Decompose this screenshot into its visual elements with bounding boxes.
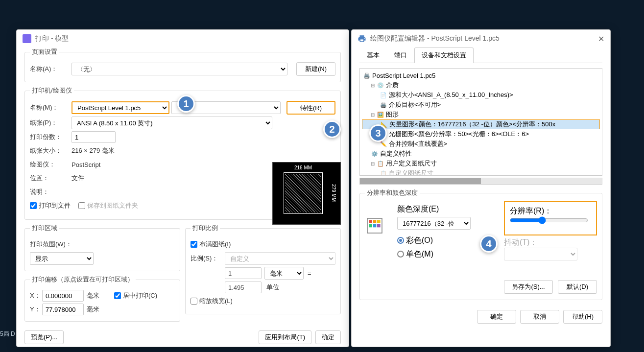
svg-rect-4 <box>369 224 372 228</box>
svg-rect-1 <box>369 220 372 223</box>
tree-source[interactable]: 📄源和大小<ANSI_A_(8.50_x_11.00_Inches)> <box>362 90 600 100</box>
mono-radio[interactable] <box>397 251 404 258</box>
tab-port[interactable]: 端口 <box>387 47 414 63</box>
depth-select[interactable]: 16777216（32 -位 <box>397 217 471 230</box>
config-tabs: 基本 端口 设备和文档设置 <box>359 47 602 63</box>
color-radio[interactable] <box>397 237 404 244</box>
tree-media[interactable]: ⊟💿介质 <box>362 80 600 90</box>
scale-legend: 打印比例 <box>191 224 220 233</box>
center-checkbox[interactable] <box>114 292 121 299</box>
print-ok-button[interactable]: 确定 <box>315 330 341 344</box>
res-label: 分辨率(R)： <box>510 206 591 216</box>
depth-label: 颜色深度(E) <box>397 204 439 214</box>
page-setup-legend: 页面设置 <box>30 47 59 56</box>
printer-name-label: 名称(M)： <box>30 103 72 112</box>
svg-rect-3 <box>377 220 381 223</box>
tree-scrollbar[interactable] <box>359 178 602 185</box>
config-help-button[interactable]: 帮助(H) <box>563 310 602 324</box>
page-setup-group: 页面设置 名称(A)： 〈无〉 新建(N) <box>24 47 341 82</box>
callout-4: 4 <box>480 235 498 253</box>
printer-icon <box>358 34 366 43</box>
print-preview: 216 MM 279 MM <box>272 162 341 225</box>
color-palette-icon <box>365 216 384 235</box>
x-input[interactable] <box>42 290 84 302</box>
app-icon <box>23 34 31 43</box>
new-button[interactable]: 新建(N) <box>296 62 335 76</box>
dither-select <box>504 248 577 260</box>
location-value: 文件 <box>72 174 84 183</box>
config-title-bar: 绘图仪配置编辑器 - PostScript Level 1.pc5 ✕ <box>352 30 610 47</box>
color-radio-label: 彩色(O) <box>406 235 433 246</box>
saveas-button[interactable]: 另存为(S)... <box>504 280 553 294</box>
center-label: 居中打印(C) <box>123 291 157 300</box>
paper-label: 纸张(P)： <box>30 118 72 127</box>
printer-name-select[interactable]: PostScript Level 1.pc5 <box>72 101 169 114</box>
paper-select[interactable]: ANSI A (8.50 x 11.00 英寸) <box>72 117 272 129</box>
copies-input[interactable] <box>72 131 116 143</box>
print-dialog: 打印 - 模型 页面设置 名称(A)： 〈无〉 新建(N) 打印机/绘图仪 名称… <box>16 29 349 347</box>
tree-merge[interactable]: ✏️合并控制<直线覆盖> <box>362 139 600 149</box>
apply-layout-button[interactable]: 应用到布局(T) <box>259 330 311 344</box>
config-cancel-button[interactable]: 取消 <box>520 310 559 324</box>
preview-button[interactable]: 预览(P)... <box>24 330 64 344</box>
config-title: 绘图仪配置编辑器 - PostScript Level 1.pc5 <box>370 34 500 43</box>
scale-val2[interactable] <box>225 282 262 293</box>
save-folder-checkbox[interactable] <box>78 202 85 209</box>
tree-custom[interactable]: ⚙️自定义特性 <box>362 149 600 159</box>
scale-val1[interactable] <box>225 267 262 279</box>
dither-label: 抖动(T)： <box>504 237 597 248</box>
range-label: 打印范围(W)： <box>30 240 72 249</box>
tree-vector[interactable]: 📐矢量图形<颜色：16777216（32 -位）颜色><分辨率：500x <box>362 119 600 129</box>
callout-1: 1 <box>177 95 195 113</box>
scale-unit2: 单位 <box>266 283 279 292</box>
tab-device[interactable]: 设备和文档设置 <box>414 47 474 63</box>
default-button[interactable]: 默认(D) <box>558 280 597 294</box>
background-text: 5局 D <box>0 330 15 338</box>
preview-height: 279 MM <box>331 172 336 214</box>
print-title-bar: 打印 - 模型 <box>17 30 349 47</box>
to-file-label: 打印到文件 <box>39 201 71 210</box>
eq-label: = <box>308 270 311 277</box>
tree-overflow[interactable]: 📋自定义图纸尺寸 <box>362 168 600 176</box>
y-input[interactable] <box>42 304 84 315</box>
properties-button[interactable]: 特性(R) <box>286 101 335 115</box>
printer-legend: 打印机/绘图仪 <box>30 86 74 95</box>
fit-label: 布满图纸(I) <box>199 240 231 249</box>
tree-target[interactable]: 🖨️介质目标<不可用> <box>362 100 600 110</box>
offset-legend: 打印偏移（原点设置在可打印区域） <box>30 275 136 284</box>
config-ok-button[interactable]: 确定 <box>477 310 516 324</box>
preview-width: 216 MM <box>284 165 323 170</box>
tree-raster[interactable]: ▦光栅图形<颜色/分辨率：50><光栅：6><OLE：6> <box>362 129 600 139</box>
tree-usersize[interactable]: ⊟📋用户定义图纸尺寸 <box>362 159 600 168</box>
size-value: 216 × 279 毫米 <box>72 146 115 155</box>
to-file-checkbox[interactable] <box>30 202 37 209</box>
preview-hatch <box>285 174 321 212</box>
resolution-slider[interactable] <box>510 216 588 224</box>
scale-lw-checkbox[interactable] <box>191 298 197 305</box>
save-folder-label: 保存到图纸文件夹 <box>87 201 138 210</box>
settings-tree[interactable]: 🖨️PostScript Level 1.pc5 ⊟💿介质 📄源和大小<ANSI… <box>359 68 602 176</box>
callout-2: 2 <box>323 120 341 138</box>
mono-radio-label: 单色(M) <box>406 249 433 259</box>
svg-rect-2 <box>373 220 377 223</box>
y-label: Y： <box>30 305 42 314</box>
ratio-select[interactable]: 自定义 <box>225 252 335 265</box>
scale-unit1[interactable]: 毫米 <box>264 267 304 280</box>
scale-lw-label: 缩放线宽(L) <box>199 297 233 305</box>
area-legend: 打印区域 <box>30 224 59 233</box>
desc-label: 说明： <box>30 188 72 196</box>
page-name-select[interactable]: 〈无〉 <box>72 63 287 75</box>
tab-basic[interactable]: 基本 <box>359 47 387 63</box>
tree-root[interactable]: 🖨️PostScript Level 1.pc5 <box>362 70 600 80</box>
size-label: 纸张大小： <box>30 146 72 155</box>
svg-rect-5 <box>373 224 377 228</box>
y-unit: 毫米 <box>87 305 99 314</box>
tree-graphics[interactable]: ⊟🖼️图形 <box>362 110 600 119</box>
plotter-label: 绘图仪： <box>30 160 72 169</box>
range-select[interactable]: 显示 <box>30 252 94 265</box>
close-button[interactable]: ✕ <box>598 34 604 44</box>
resolution-box: 分辨率(R)： <box>504 201 597 235</box>
fit-checkbox[interactable] <box>191 241 197 248</box>
plotter-value: PostScript <box>72 161 100 168</box>
print-title: 打印 - 模型 <box>35 34 69 43</box>
